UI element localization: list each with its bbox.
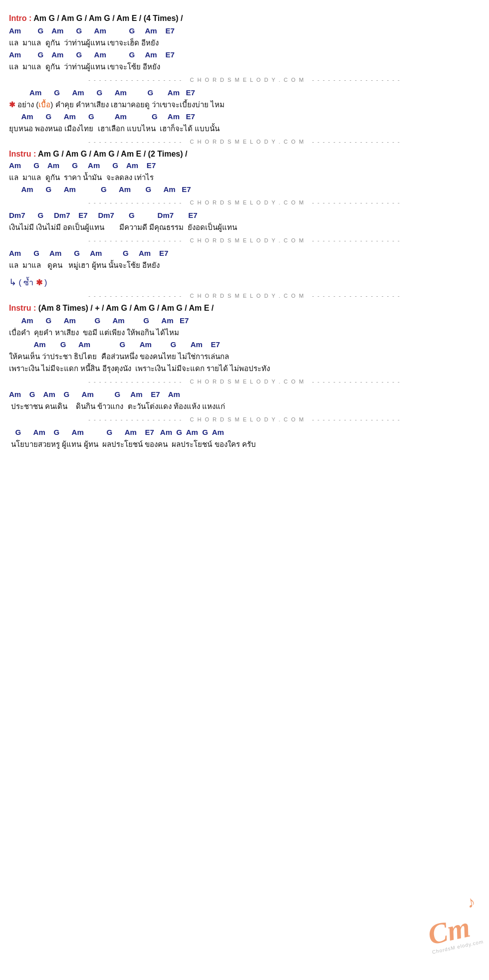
- chorus1a-chord: Dm7 G Dm7 E7 Dm7 G Dm7 E7: [9, 209, 480, 221]
- verse2-chord1: Am G Am G Am G Am E7: [9, 87, 480, 99]
- chorus1a-lyric: เงินไม่มี เงินไม่มี อดเป็นผู้แทน มีความด…: [9, 221, 480, 233]
- chorus2b-lyric: ประชาชน คนเดิน ดินกิน ข้าวแกง ตะวันโต่งแ…: [9, 400, 480, 412]
- watermark-area: ♪ Cm ChordsM elody.com: [422, 892, 484, 955]
- instru1-header: Instru : Am G / Am G / Am G / Am E / (2 …: [9, 150, 480, 159]
- instru2-label: Instru :: [9, 304, 36, 312]
- cm-logo: Cm: [426, 910, 483, 950]
- music-icon: ♪: [422, 892, 477, 921]
- divider-5: - - - - - - - - - - - - - - - - - - C H …: [9, 293, 480, 299]
- verse1b-lyric: แล มาแล ดูกัน ว่าท่านผู้แทน เขาจะโซ้ย อี…: [9, 61, 480, 73]
- repeat-star: ✱: [36, 278, 42, 287]
- divider-6: - - - - - - - - - - - - - - - - - - C H …: [9, 379, 480, 385]
- intro-label: Intro : Am G / Am G / Am G / Am E / (4 T…: [9, 14, 183, 22]
- instru1-chords: Am G / Am G / Am G / Am E / (2 Times) /: [38, 150, 187, 158]
- verse5a-chord: Am G Am G Am G Am E7: [9, 315, 480, 327]
- verse5c-lyric: ให้คนเห็น ว่าประชา ธิปไตย คือส่วนหนึ่ง ข…: [9, 351, 480, 363]
- verse5d-lyric: เพราะเงิน ไม่มีจะแดก หนี้สิน อีรุงตุงนัง…: [9, 363, 480, 375]
- instru1-label: Instru :: [9, 150, 36, 158]
- verse5c-chord: Am G Am G Am G Am E7: [9, 339, 480, 351]
- intro-header: Intro : Am G / Am G / Am G / Am E / (4 T…: [9, 14, 480, 23]
- divider-3: - - - - - - - - - - - - - - - - - - C H …: [9, 199, 480, 205]
- star-symbol: ✱: [9, 100, 15, 109]
- instru2-chords: (Am 8 Times) / + / Am G / Am G / Am G / …: [38, 304, 214, 312]
- verse1a-chord: Am G Am G Am G Am E7: [9, 25, 480, 37]
- outro1a-chord: G Am G Am G Am E7 Am G Am G Am: [9, 426, 480, 438]
- verse3b-chord: Am G Am G Am G Am E7: [9, 184, 480, 196]
- divider-4: - - - - - - - - - - - - - - - - - - C H …: [9, 237, 480, 243]
- verse1a-lyric: แล มาแล ดูกัน ว่าท่านผู้แทน เขาจะเฮ็ด อี…: [9, 37, 480, 49]
- verse4a-chord: Am G Am G Am G Am E7: [9, 247, 480, 259]
- page-container: Intro : Am G / Am G / Am G / Am E / (4 T…: [9, 14, 480, 450]
- instru2-header: Instru : (Am 8 Times) / + / Am G / Am G …: [9, 304, 480, 313]
- verse2-star: ✱ อย่าง (เบื้อ) คำคุย คำหาเสียง เฮามาคอย…: [9, 99, 480, 111]
- repeat-line: ↳ ( ซ้ำ ✱ ): [9, 276, 480, 289]
- divider-7: - - - - - - - - - - - - - - - - - - C H …: [9, 416, 480, 422]
- divider-2: - - - - - - - - - - - - - - - - - - C H …: [9, 139, 480, 145]
- divider-1: - - - - - - - - - - - - - - - - - - C H …: [9, 77, 480, 83]
- cm-subdomain: ChordsM elody.com: [432, 939, 484, 955]
- verse2b-chord: Am G Am G Am G Am E7: [9, 111, 480, 123]
- verse5b-lyric: เบื่อคำ คุยคำ หาเสียง ขอมี แต่เพียง ให้พ…: [9, 327, 480, 339]
- verse2b-lyric: ยุบหนอ พองหนอ เมืองไทย เฮาเลือก แบบไหน เ…: [9, 123, 480, 135]
- repeat-arrow: ↳: [9, 277, 16, 287]
- verse1b-chord: Am G Am G Am G Am E7: [9, 49, 480, 61]
- verse3a-chord: Am G Am G Am G Am E7: [9, 160, 480, 172]
- verse2-star-text: อย่าง (เบื้อ) คำคุย คำหาเสียง เฮามาคอยดู…: [17, 100, 225, 109]
- verse4a-lyric: แล มาแล ดูคน หมู่เฮา ผู้ทน นั้นจะโซ้ย อี…: [9, 259, 480, 271]
- repeat-close: ): [42, 278, 47, 287]
- repeat-text: ( ซ้ำ: [18, 278, 35, 287]
- chorus2b-chord: Am G Am G Am G Am E7 Am: [9, 389, 480, 400]
- verse3a-lyric: แล มาแล ดูกัน ราคา น้ำมัน จะลดลง เท่าไร: [9, 172, 480, 184]
- outro1a-lyric: นโยบายสวยหรู ผู้แทน ผู้ทน ผลประโยชน์ ของ…: [9, 438, 480, 450]
